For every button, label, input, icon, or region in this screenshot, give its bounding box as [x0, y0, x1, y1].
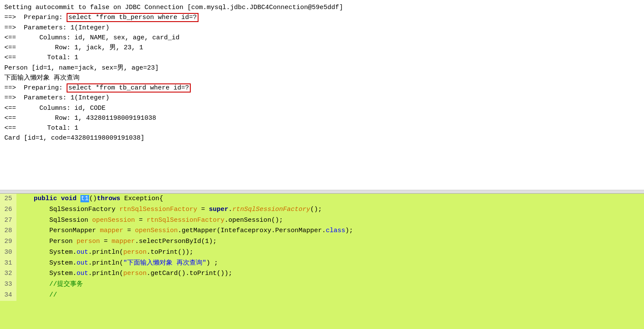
console-line-5: <== Row: 1, jack, 男, 23, 1 [4, 43, 640, 53]
scrollbar-divider[interactable] [0, 190, 644, 194]
console-line-9: ==> Preparing: select *from tb_card wher… [4, 83, 640, 93]
console-line-1: Setting autocommit to false on JDBC Conn… [4, 3, 640, 13]
code-line-34: 34 // [0, 290, 644, 301]
code-content-25: public void t1()throws Exception{ [16, 194, 644, 204]
console-line-3: ==> Parameters: 1(Integer) [4, 23, 640, 33]
code-line-32: 32 System.out.println(person.getCard().t… [0, 268, 644, 279]
line-num-25: 25 [0, 194, 16, 204]
code-content-34: // [16, 290, 644, 301]
console-line-12: <== Row: 1, 432801198009191038 [4, 113, 640, 123]
line-num-34: 34 [0, 290, 16, 301]
console-line-8: 下面输入懒对象 再次查询 [4, 73, 640, 83]
code-line-29: 29 Person person = mapper.selectPersonBy… [0, 236, 644, 247]
code-content-33: //提交事务 [16, 279, 644, 290]
code-content-31: System.out.println("下面输入懒对象 再次查询") ; [16, 258, 644, 269]
code-editor-panel: 25 public void t1()throws Exception{ 26 … [0, 194, 644, 329]
code-line-27: 27 SqlSession openSession = rtnSqlSessio… [0, 215, 644, 226]
sql-highlight-2: select *from tb_card where id=? [67, 83, 191, 93]
line-num-29: 29 [0, 236, 16, 247]
code-content-32: System.out.println(person.getCard().toPr… [16, 268, 644, 279]
code-line-33: 33 //提交事务 [0, 279, 644, 290]
code-line-30: 30 System.out.println(person.toPrint()); [0, 247, 644, 258]
line-num-32: 32 [0, 268, 16, 279]
code-line-26: 26 SqlSessionFactory rtnSqlSessionFactor… [0, 204, 644, 215]
sql-highlight-1: select *from tb_person where id=? [67, 13, 199, 22]
console-line-13: <== Total: 1 [4, 123, 640, 133]
console-line-4: <== Columns: id, NAME, sex, age, card_id [4, 33, 640, 43]
console-output-panel: Setting autocommit to false on JDBC Conn… [0, 0, 644, 190]
line-num-26: 26 [0, 204, 16, 215]
code-content-29: Person person = mapper.selectPersonById(… [16, 236, 644, 247]
line-num-27: 27 [0, 215, 16, 226]
line-num-30: 30 [0, 247, 16, 258]
console-line-2: ==> Preparing: select *from tb_person wh… [4, 13, 640, 22]
code-line-31: 31 System.out.println("下面输入懒对象 再次查询") ; [0, 258, 644, 269]
console-line-14: Card [id=1, code=432801198009191038] [4, 133, 640, 143]
console-line-6: <== Total: 1 [4, 53, 640, 63]
line-num-33: 33 [0, 279, 16, 290]
code-line-28: 28 PersonMapper mapper = openSession.get… [0, 226, 644, 236]
code-content-28: PersonMapper mapper = openSession.getMap… [16, 226, 644, 236]
line-num-31: 31 [0, 258, 16, 269]
line-num-28: 28 [0, 226, 16, 236]
code-content-30: System.out.println(person.toPrint()); [16, 247, 644, 258]
code-line-25: 25 public void t1()throws Exception{ [0, 194, 644, 204]
code-content-26: SqlSessionFactory rtnSqlSessionFactory =… [16, 204, 644, 215]
console-line-7: Person [id=1, name=jack, sex=男, age=23] [4, 63, 640, 73]
code-content-27: SqlSession openSession = rtnSqlSessionFa… [16, 215, 644, 226]
console-line-10: ==> Parameters: 1(Integer) [4, 93, 640, 103]
console-line-11: <== Columns: id, CODE [4, 103, 640, 113]
